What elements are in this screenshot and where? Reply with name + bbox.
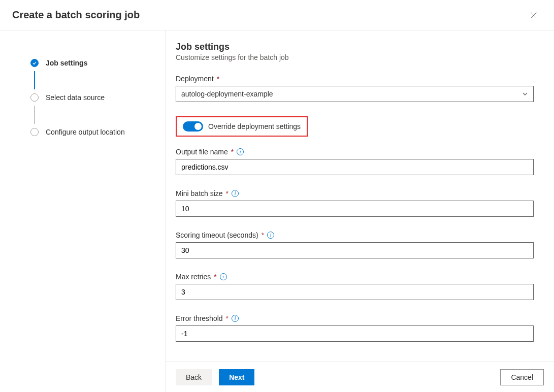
step-job-settings[interactable]: Job settings bbox=[30, 55, 165, 71]
page-title: Create a batch scoring job bbox=[12, 9, 140, 21]
scoring-timeout-input[interactable] bbox=[176, 242, 534, 258]
step-connector bbox=[34, 106, 35, 124]
override-deployment-settings-toggle[interactable] bbox=[183, 121, 203, 132]
override-deployment-settings-highlight: Override deployment settings bbox=[176, 116, 308, 137]
info-icon[interactable]: i bbox=[232, 315, 239, 322]
output-file-name-label: Output file name * i bbox=[176, 148, 534, 156]
step-connector bbox=[34, 71, 35, 89]
chevron-down-icon bbox=[522, 91, 528, 97]
label-text: Output file name bbox=[176, 148, 228, 156]
info-icon[interactable]: i bbox=[267, 232, 274, 239]
required-asterisk: * bbox=[226, 189, 229, 198]
label-text: Max retries bbox=[176, 273, 211, 281]
required-asterisk: * bbox=[226, 314, 229, 322]
step-label: Configure output location bbox=[46, 128, 125, 136]
close-button[interactable] bbox=[526, 7, 542, 23]
label-text: Deployment bbox=[176, 75, 214, 83]
label-text: Error threshold bbox=[176, 314, 223, 322]
step-configure-output-location[interactable]: Configure output location bbox=[30, 124, 165, 140]
wizard-steps: Job settings Select data source Configur… bbox=[0, 30, 165, 392]
max-retries-label: Max retries * i bbox=[176, 273, 534, 281]
deployment-select[interactable]: autolog-deployment-example bbox=[176, 86, 534, 102]
toggle-knob bbox=[194, 123, 202, 130]
info-icon[interactable]: i bbox=[220, 273, 227, 280]
error-threshold-label: Error threshold * i bbox=[176, 314, 534, 322]
mini-batch-size-label: Mini batch size * i bbox=[176, 189, 534, 198]
step-label: Job settings bbox=[46, 59, 87, 67]
section-title: Job settings bbox=[176, 42, 534, 52]
info-icon[interactable]: i bbox=[232, 190, 239, 197]
error-threshold-input[interactable] bbox=[176, 325, 534, 342]
scoring-timeout-label: Scoring timeout (seconds) * i bbox=[176, 231, 534, 239]
override-toggle-label: Override deployment settings bbox=[208, 122, 301, 130]
mini-batch-size-input[interactable] bbox=[176, 201, 534, 217]
output-file-name-input[interactable] bbox=[176, 159, 534, 175]
check-circle-icon bbox=[30, 59, 39, 67]
label-text: Mini batch size bbox=[176, 189, 223, 198]
step-label: Select data source bbox=[46, 93, 105, 102]
info-icon[interactable]: i bbox=[237, 148, 244, 155]
circle-icon bbox=[30, 93, 39, 102]
form-scroll-area[interactable]: Job settings Customize settings for the … bbox=[166, 30, 554, 362]
wizard-footer: Back Next Cancel bbox=[166, 362, 554, 392]
cancel-button[interactable]: Cancel bbox=[500, 369, 544, 385]
step-select-data-source[interactable]: Select data source bbox=[30, 89, 165, 106]
required-asterisk: * bbox=[214, 273, 216, 281]
deployment-label: Deployment * bbox=[176, 75, 534, 83]
close-icon bbox=[530, 12, 537, 19]
circle-icon bbox=[30, 128, 39, 136]
label-text: Scoring timeout (seconds) bbox=[176, 231, 258, 239]
next-button[interactable]: Next bbox=[219, 369, 254, 385]
back-button[interactable]: Back bbox=[176, 369, 212, 385]
required-asterisk: * bbox=[231, 148, 234, 156]
max-retries-input[interactable] bbox=[176, 284, 534, 300]
required-asterisk: * bbox=[217, 75, 219, 83]
required-asterisk: * bbox=[262, 231, 264, 239]
deployment-select-value: autolog-deployment-example bbox=[181, 90, 273, 98]
section-subtitle: Customize settings for the batch job bbox=[176, 53, 534, 61]
